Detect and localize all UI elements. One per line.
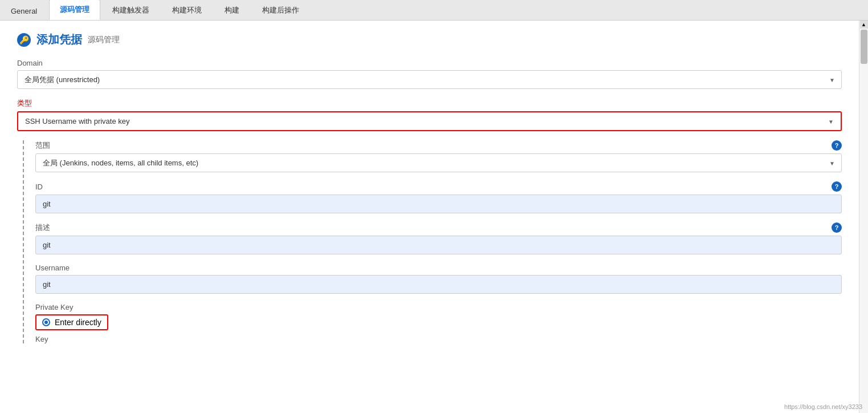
scope-label-row: 范围 ? [35, 140, 842, 151]
desc-input[interactable] [35, 236, 842, 254]
domain-label: Domain [17, 59, 842, 67]
type-select-wrapper: SSH Username with private keyUsername wi… [17, 111, 842, 131]
main-container: 🔑 添加凭据 源码管理 Domain 全局凭据 (unrestricted) 类… [0, 21, 868, 413]
tab-build-env[interactable]: 构建环境 [161, 0, 213, 20]
private-key-section: Private Key Enter directly Key [35, 303, 842, 343]
content-area: 🔑 添加凭据 源码管理 Domain 全局凭据 (unrestricted) 类… [0, 21, 859, 413]
tab-build-trigger[interactable]: 构建触发器 [101, 0, 160, 20]
id-section: ID ? [35, 181, 842, 213]
desc-label-row: 描述 ? [35, 222, 842, 233]
id-help-icon[interactable]: ? [832, 181, 842, 192]
tab-post-build[interactable]: 构建后操作 [251, 0, 310, 20]
desc-section: 描述 ? [35, 222, 842, 254]
type-select[interactable]: SSH Username with private keyUsername wi… [18, 112, 841, 130]
domain-select[interactable]: 全局凭据 (unrestricted) [17, 70, 842, 89]
domain-section: Domain 全局凭据 (unrestricted) [17, 59, 842, 89]
id-label-row: ID ? [35, 181, 842, 192]
scrollbar-up-arrow[interactable]: ▲ [860, 21, 868, 29]
watermark: https://blog.csdn.net/xy3233 [784, 403, 862, 410]
username-section: Username [35, 264, 842, 294]
enter-directly-option: Enter directly [35, 314, 842, 330]
type-section: 类型 SSH Username with private keyUsername… [17, 98, 842, 131]
tab-build[interactable]: 构建 [214, 0, 250, 20]
username-input[interactable] [35, 275, 842, 294]
desc-help-icon[interactable]: ? [832, 222, 842, 233]
scope-help-icon[interactable]: ? [832, 140, 842, 151]
page-title-text: 添加凭据 [36, 32, 82, 47]
scope-section: 范围 ? 全局 (Jenkins, nodes, items, all chil… [35, 140, 842, 172]
tab-source-mgmt[interactable]: 源码管理 [49, 0, 100, 20]
domain-select-wrapper: 全局凭据 (unrestricted) [17, 70, 842, 89]
tab-bar: General 源码管理 构建触发器 构建环境 构建 构建后操作 [0, 0, 868, 21]
id-input[interactable] [35, 195, 842, 213]
username-label: Username [35, 264, 842, 272]
scrollbar-thumb[interactable] [861, 30, 867, 64]
scope-select-wrapper: 全局 (Jenkins, nodes, items, all child ite… [35, 153, 842, 172]
tab-general[interactable]: General [0, 2, 48, 20]
key-label: Key [35, 335, 842, 343]
dashed-section: 范围 ? 全局 (Jenkins, nodes, items, all chil… [23, 140, 842, 343]
enter-directly-label: Enter directly [55, 318, 101, 327]
scrollbar: ▲ [859, 21, 868, 413]
scope-select[interactable]: 全局 (Jenkins, nodes, items, all child ite… [35, 153, 842, 172]
type-label: 类型 [17, 98, 842, 108]
enter-directly-wrapper: Enter directly [35, 314, 108, 330]
page-title-icon: 🔑 [17, 33, 31, 47]
private-key-label: Private Key [35, 303, 842, 311]
page-title: 🔑 添加凭据 源码管理 [17, 32, 842, 47]
page-subtitle: 源码管理 [88, 35, 120, 45]
enter-directly-radio[interactable] [42, 318, 50, 326]
